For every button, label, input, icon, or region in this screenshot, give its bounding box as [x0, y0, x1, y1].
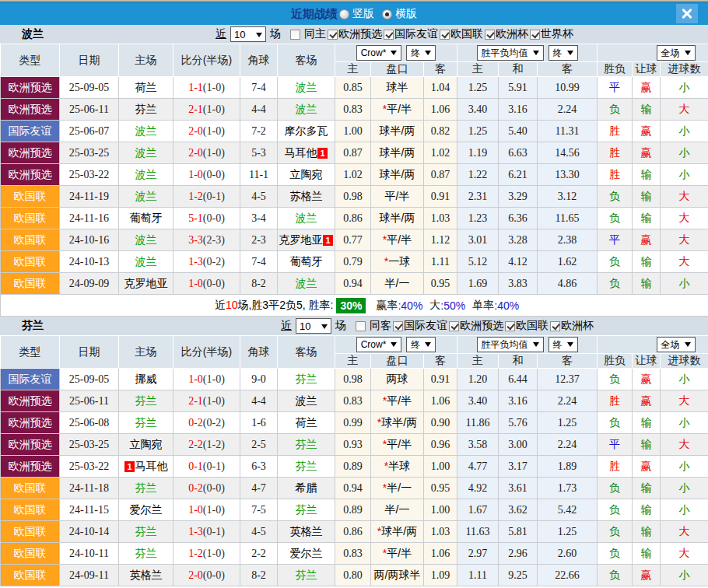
away-mean-cell: 11.31	[538, 121, 598, 142]
sub-column-header: 和	[499, 354, 538, 369]
means-state-dropdown[interactable]: 终	[549, 337, 578, 352]
date-cell: 24-10-11	[60, 543, 119, 565]
fulltime-score: 1-0	[188, 373, 203, 385]
home-mean-cell: 3.40	[457, 99, 499, 121]
recent-link[interactable]: 近	[281, 319, 292, 333]
team-name-text: 葡萄牙	[130, 212, 163, 224]
away-mean-cell: 1.62	[538, 251, 598, 273]
handicap-line-cell: 球半/两	[371, 121, 424, 142]
team-name-text: 芬兰	[135, 394, 157, 407]
halftime-score: (0-0)	[203, 169, 225, 180]
checkbox-unchecked-icon[interactable]	[290, 30, 300, 40]
close-button[interactable]	[676, 4, 698, 23]
vertical-layout-label[interactable]: 竖版	[352, 7, 374, 21]
team-name-text: 波兰	[296, 277, 317, 289]
away-odds-cell: 1.00	[424, 456, 457, 478]
section-header: 波兰近10场同主欧洲预选国际友谊欧国联欧洲杯世界杯	[0, 25, 708, 44]
match-row: 欧洲预选25-03-22波兰1-0(0-0)11-1立陶宛1.02球半/两0.8…	[1, 164, 708, 186]
filter-checkbox-item[interactable]: 同主	[290, 27, 326, 41]
corners-cell: 2-5	[240, 434, 278, 456]
corners-cell: 4-7	[240, 478, 278, 499]
checkbox-checked-icon[interactable]	[505, 321, 515, 331]
checkbox-unchecked-icon[interactable]	[356, 321, 366, 331]
filter-checkbox-item[interactable]: 国际友谊	[384, 27, 438, 41]
scope-dropdown[interactable]: 全场	[657, 337, 696, 352]
away-team-cell: 英格兰	[278, 521, 335, 543]
checkbox-checked-icon[interactable]	[328, 30, 338, 40]
home-mean-cell: 3.58	[457, 434, 499, 456]
type-cell: 欧国联	[1, 273, 60, 295]
handicap-line-cell: *平/半	[371, 390, 424, 412]
checkbox-checked-icon[interactable]	[440, 30, 450, 40]
match-row: 欧国联24-10-11芬兰1-2(1-0)2-2爱尔兰0.83*平/半1.062…	[1, 543, 708, 565]
company-dropdown-label: Crow*	[361, 47, 387, 58]
summary-stat-label: 单率	[472, 299, 494, 313]
home-team-cell: 爱尔兰	[119, 499, 173, 521]
home-mean-cell: 1.69	[457, 273, 499, 295]
home-odds-cell: 0.85	[335, 77, 371, 99]
team-section: 波兰近10场同主欧洲预选国际友谊欧国联欧洲杯世界杯类型日期主场比分(半场)角球客…	[0, 25, 708, 317]
home-team-cell: 英格兰	[119, 565, 173, 586]
checkbox-checked-icon[interactable]	[393, 321, 403, 331]
date-cell: 25-03-22	[60, 456, 119, 478]
away-team-cell: 芬兰	[278, 369, 335, 390]
horizontal-layout-label[interactable]: 横版	[395, 7, 417, 21]
date-cell: 24-09-11	[60, 565, 119, 586]
means-state-dropdown[interactable]: 终	[549, 45, 578, 61]
checkbox-checked-icon[interactable]	[550, 321, 560, 331]
sub-column-header: 主	[335, 62, 371, 77]
vertical-layout-radio[interactable]	[339, 9, 349, 19]
filter-checkbox-item[interactable]: 世界杯	[530, 27, 573, 41]
means-state-dropdown-arrow-icon	[567, 342, 573, 350]
checkbox-checked-icon[interactable]	[449, 321, 459, 331]
odds-state-dropdown[interactable]: 终	[406, 337, 436, 352]
filter-checkbox-item[interactable]: 欧国联	[505, 319, 549, 333]
scope-dropdown-label: 全场	[661, 47, 680, 60]
filter-checkbox-item[interactable]: 欧国联	[440, 27, 483, 41]
handicap-text: 平/半	[385, 190, 410, 202]
fulltime-score: 2-0	[188, 125, 203, 137]
away-team-cell: 荷兰	[278, 412, 335, 434]
section-header: 芬兰近10场同客国际友谊欧洲预选欧国联欧洲杯	[0, 317, 708, 335]
checkbox-checked-icon[interactable]	[384, 30, 394, 40]
company-dropdown[interactable]: Crow*	[356, 337, 402, 352]
away-mean-cell: 2.24	[538, 99, 598, 121]
odds-state-dropdown-label: 终	[411, 47, 420, 60]
date-cell: 25-03-25	[60, 142, 119, 164]
filter-checkbox-item[interactable]: 同客	[356, 319, 391, 333]
away-team-cell: 葡萄牙	[278, 251, 335, 273]
checkbox-label: 国际友谊	[404, 319, 447, 333]
means-dropdown[interactable]: 胜平负均值	[477, 45, 544, 61]
away-odds-cell: 0.91	[424, 186, 457, 208]
scope-dropdown[interactable]: 全场	[657, 45, 696, 61]
away-mean-cell: 11.65	[538, 208, 598, 229]
match-count-select[interactable]: 10	[230, 26, 266, 42]
handicap-result-cell: 赢	[633, 369, 661, 390]
means-dropdown[interactable]: 胜平负均值	[477, 337, 544, 352]
filter-checkbox-item[interactable]: 欧洲预选	[449, 319, 503, 333]
team-name-text: 芬兰	[135, 103, 157, 115]
company-dropdown[interactable]: Crow*	[356, 45, 402, 61]
checkbox-checked-icon[interactable]	[530, 30, 540, 40]
match-count-select[interactable]: 10	[296, 318, 331, 334]
filter-checkbox-item[interactable]: 欧洲预选	[328, 27, 382, 41]
filter-checkbox-item[interactable]: 国际友谊	[393, 319, 447, 333]
score-cell: 0-2(0-0)	[173, 478, 240, 499]
horizontal-layout-radio[interactable]	[382, 9, 392, 19]
away-odds-cell: 1.03	[424, 208, 457, 229]
draw-mean-cell: 3.83	[499, 273, 538, 295]
score-cell: 1-2(1-0)	[173, 543, 240, 565]
away-odds-cell: 1.06	[424, 99, 457, 121]
date-cell: 24-11-19	[60, 186, 119, 208]
away-mean-cell: 3.12	[538, 186, 598, 208]
odds-state-dropdown[interactable]: 终	[406, 45, 436, 61]
corners-cell: 4-5	[240, 186, 278, 208]
type-cell: 欧国联	[1, 251, 60, 273]
filter-checkbox-item[interactable]: 欧洲杯	[550, 319, 594, 333]
filter-checkbox-item[interactable]: 欧洲杯	[485, 27, 528, 41]
handicap-text: 半球	[388, 460, 410, 472]
win-rate-badge: 30%	[336, 298, 366, 313]
checkbox-label: 欧洲预选	[338, 27, 382, 41]
recent-link[interactable]: 近	[216, 27, 226, 41]
checkbox-checked-icon[interactable]	[485, 30, 495, 40]
